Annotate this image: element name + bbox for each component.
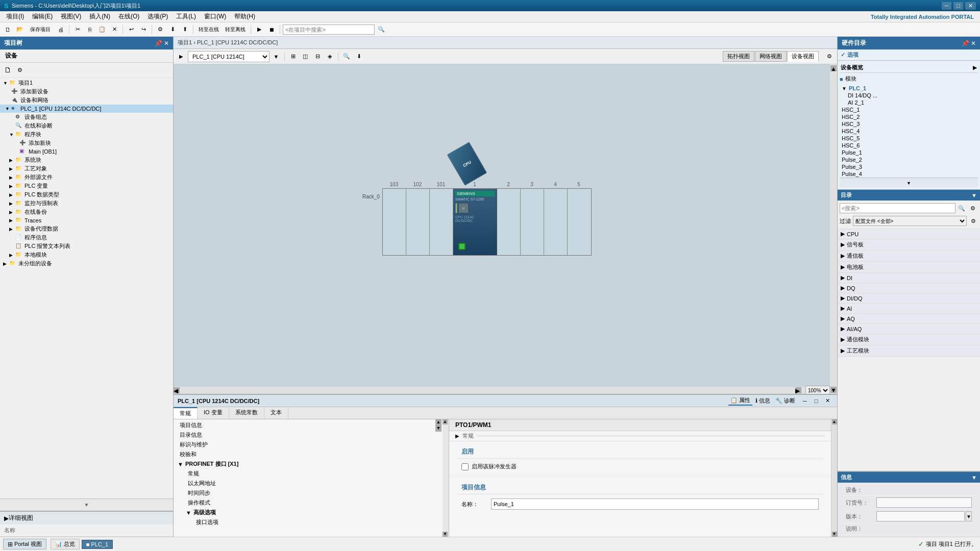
plc1-ov-expand[interactable]: ▼	[842, 86, 847, 91]
compile-button[interactable]: ⚙	[155, 24, 166, 35]
ug-expand-arrow[interactable]: ▶	[3, 261, 9, 266]
maximize-button[interactable]: □	[953, 2, 963, 10]
ov-di14dq[interactable]: DI 14/DQ ...	[840, 92, 978, 99]
search-button[interactable]: 🔍	[376, 24, 387, 35]
filter-apply-button[interactable]: ⚙	[969, 215, 978, 227]
mf-expand-arrow[interactable]: ▶	[9, 201, 15, 206]
device-drop-button[interactable]: ▼	[271, 51, 282, 62]
redo-button[interactable]: ↪	[138, 24, 149, 35]
save-button[interactable]: 保存项目	[27, 24, 54, 35]
menu-options[interactable]: 选项(P)	[143, 11, 172, 22]
tree-item-program-info[interactable]: 📄 程序信息	[0, 233, 173, 242]
bottom-maximize[interactable]: □	[811, 395, 822, 407]
minimize-button[interactable]: ─	[942, 2, 952, 10]
menu-online[interactable]: 在线(O)	[114, 11, 143, 22]
ai-header[interactable]: ▶ AI	[838, 304, 980, 313]
menu-edit[interactable]: 编辑(E)	[28, 11, 57, 22]
devices-tab[interactable]: 设备	[0, 49, 173, 63]
tree-item-project[interactable]: ▼ 📁 项目1	[0, 79, 173, 87]
tree-item-plc-report[interactable]: 📋 PLC 报警文本列表	[0, 242, 173, 251]
prog-expand-arrow[interactable]: ▼	[9, 132, 15, 137]
bottom-info-tab[interactable]: ℹ 信息	[753, 396, 772, 405]
scroll-up-button[interactable]: ▶	[176, 51, 187, 62]
delete-button[interactable]: ✕	[109, 24, 120, 35]
tree-item-plc-data-types[interactable]: ▶ 📁 PLC 数据类型	[0, 190, 173, 199]
version-dropdown[interactable]: ▼	[966, 511, 972, 521]
settings-item-op-mode[interactable]: 操作模式	[184, 498, 447, 508]
overview-expand[interactable]: ▶	[973, 65, 977, 70]
bottom-right-scrollbar[interactable]: ▲ ▼	[831, 419, 837, 537]
topology-view-tab[interactable]: 拓扑视图	[723, 51, 754, 62]
enable-pulse-checkbox[interactable]	[461, 463, 469, 470]
rack-slot-5[interactable]	[568, 189, 591, 255]
signal-board-header[interactable]: ▶ 信号板	[838, 239, 980, 250]
zoom-fit-button[interactable]: 🔍	[341, 51, 352, 62]
bottom-close[interactable]: ✕	[822, 395, 833, 407]
ov-pulse2[interactable]: Pulse_2	[840, 156, 978, 163]
profinet-expand[interactable]: ▼	[178, 461, 183, 467]
ai-aq-header[interactable]: ▶ AI/AQ	[838, 324, 980, 334]
scroll-left-arrow[interactable]: ◀	[174, 387, 180, 393]
plc-expand-arrow[interactable]: ▼	[5, 106, 11, 111]
topology-button[interactable]: ◈	[324, 51, 335, 62]
tech-module-header[interactable]: ▶ 工艺模块	[838, 345, 980, 356]
open-button[interactable]: 📂	[14, 24, 26, 35]
tree-item-add-device[interactable]: ➕ 添加新设备	[0, 87, 173, 96]
settings-group-advanced[interactable]: ▼ 高级选项	[184, 508, 447, 517]
ov-hsc3[interactable]: HSC_3	[840, 120, 978, 128]
tree-item-traces[interactable]: ▶ 📁 Traces	[0, 216, 173, 224]
ov-plc1[interactable]: ▼ PLC_1	[840, 85, 978, 92]
battery-header[interactable]: ▶ 电池板	[838, 262, 980, 272]
tree-item-tech-objects[interactable]: ▶ 📁 工艺对象	[0, 164, 173, 173]
rack-slot-2[interactable]	[497, 189, 521, 255]
catalog-search-button[interactable]: 🔍	[957, 203, 967, 214]
ov-hsc4[interactable]: HSC_4	[840, 128, 978, 135]
rack-slot-3[interactable]	[521, 189, 544, 255]
dt-expand-arrow[interactable]: ▶	[9, 192, 15, 197]
cut-button[interactable]: ✂	[72, 24, 83, 35]
tree-scroll-down[interactable]: ▼	[84, 502, 89, 508]
search-input[interactable]	[283, 24, 375, 35]
menu-project[interactable]: 项目(I)	[2, 11, 28, 22]
go-offline-button[interactable]: 转至离线	[223, 24, 248, 35]
zoom-down-button[interactable]: ⬇	[353, 51, 364, 62]
version-input[interactable]	[876, 511, 965, 521]
tree-pin-button[interactable]: 📌	[155, 40, 162, 47]
view-settings-button[interactable]: ⚙	[824, 51, 835, 62]
menu-tools[interactable]: 工具(L)	[172, 11, 200, 22]
rack-slot-103[interactable]	[383, 189, 406, 255]
tree-item-monitor-force[interactable]: ▶ 📁 监控与强制表	[0, 199, 173, 208]
normal-expand-arrow[interactable]: ▶	[455, 433, 459, 439]
catalog-cpu-header[interactable]: ▶ CPU	[838, 229, 980, 239]
device-view-tab[interactable]: 设备视图	[787, 51, 819, 62]
scroll-down-arrow[interactable]: ▼	[830, 387, 837, 393]
ext-expand-arrow[interactable]: ▶	[9, 175, 15, 180]
bl-nav-down[interactable]: ▼	[435, 425, 442, 432]
portal-view-button[interactable]: ⊞ Portal 视图	[3, 539, 46, 549]
menu-insert[interactable]: 插入(N)	[85, 11, 114, 22]
ov-ai21[interactable]: AI 2_1	[840, 99, 978, 106]
tab-properties[interactable]: 常规	[174, 407, 198, 419]
scroll-right-arrow[interactable]: ▶	[795, 387, 801, 393]
plc-tab-button[interactable]: ■ PLC_1	[82, 540, 113, 549]
start-button[interactable]: ▶	[254, 24, 265, 35]
ov-hsc2[interactable]: HSC_2	[840, 113, 978, 120]
tree-item-device-config[interactable]: ⚙ 设备组态	[0, 113, 173, 121]
tree-item-external-source[interactable]: ▶ 📁 外部源文件	[0, 173, 173, 182]
ov-pulse3[interactable]: Pulse_3	[840, 163, 978, 170]
tree-item-program-blocks[interactable]: ▼ 📁 程序块	[0, 130, 173, 139]
stop-button[interactable]: ⏹	[266, 24, 277, 35]
br-scroll-down[interactable]: ▼	[832, 532, 837, 537]
tech-expand-arrow[interactable]: ▶	[9, 166, 15, 171]
tree-item-plc1[interactable]: ▼ ■ PLC_1 [CPU 1214C DC/DC/DC]	[0, 105, 173, 113]
settings-item-catalog-info[interactable]: 目录信息	[176, 430, 447, 440]
scroll-up-arrow[interactable]: ▲	[830, 65, 837, 71]
undo-button[interactable]: ↩	[126, 24, 137, 35]
tree-item-add-new-block[interactable]: ➕ 添加新块	[0, 139, 173, 147]
lm-expand-arrow[interactable]: ▶	[9, 253, 15, 258]
tree-item-main-ob1[interactable]: ▣ Main [OB1]	[0, 147, 173, 156]
dp-expand-arrow[interactable]: ▶	[9, 227, 15, 232]
ov-hsc1[interactable]: HSC_1	[840, 106, 978, 113]
traces-expand-arrow[interactable]: ▶	[9, 218, 15, 223]
bl-nav-up[interactable]: ▲	[435, 419, 442, 425]
